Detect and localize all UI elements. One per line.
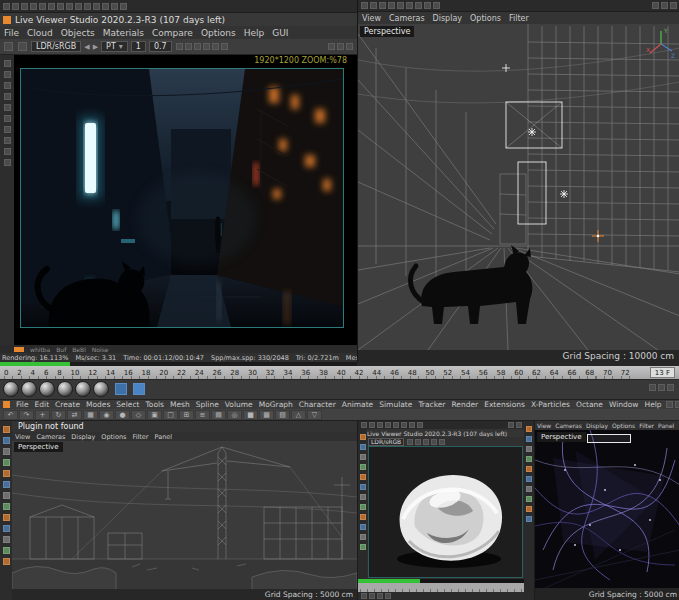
toolbar-icon[interactable] bbox=[526, 516, 532, 522]
toolbar-icon[interactable] bbox=[379, 2, 386, 9]
toolbar-icon[interactable] bbox=[526, 506, 532, 512]
toolbar-icon[interactable] bbox=[194, 43, 201, 50]
material-sphere[interactable] bbox=[57, 381, 73, 397]
toolbar-icon[interactable] bbox=[431, 439, 437, 445]
viewport-canvas[interactable]: Perspective Y X Z bbox=[358, 24, 679, 350]
toolbar-icon[interactable]: ▧ bbox=[275, 410, 290, 420]
toolbar-icon[interactable] bbox=[526, 456, 532, 462]
menu-item[interactable]: Help bbox=[240, 28, 269, 38]
menu-item[interactable]: Mesh bbox=[167, 400, 193, 409]
toolbar-icon[interactable]: ● bbox=[115, 410, 130, 420]
toolbar-icon[interactable] bbox=[3, 3, 10, 10]
toolbar-icon[interactable] bbox=[369, 422, 375, 428]
toolbar-icon[interactable] bbox=[111, 3, 118, 10]
axis-handle-marker[interactable] bbox=[592, 230, 604, 242]
toolbar-icon[interactable]: ▤ bbox=[211, 410, 226, 420]
layers-tool-icon[interactable] bbox=[133, 383, 145, 395]
toolbar-icon[interactable] bbox=[21, 3, 28, 10]
prev-arrow-icon[interactable]: ◀ bbox=[84, 43, 89, 51]
toolbar-icon[interactable]: ⇄ bbox=[67, 410, 82, 420]
menu-item[interactable]: Display bbox=[68, 433, 98, 441]
toolbar-icon[interactable] bbox=[360, 484, 366, 490]
menu-item[interactable]: File bbox=[0, 28, 23, 38]
menu-item[interactable]: Display bbox=[584, 422, 610, 429]
menu-item[interactable]: View bbox=[535, 422, 553, 429]
toolbar-icon[interactable] bbox=[526, 446, 532, 452]
toolbar-icon[interactable] bbox=[93, 3, 100, 10]
menu-item[interactable]: File bbox=[13, 400, 32, 409]
toolbar-icon[interactable] bbox=[4, 104, 11, 111]
titlebar[interactable]: Live Viewer Studio 2020.2.3-R3 (107 days… bbox=[358, 429, 525, 437]
pass-label[interactable]: Buf bbox=[56, 346, 66, 353]
spp-field[interactable]: 1 bbox=[131, 41, 146, 52]
toolbar-icon[interactable] bbox=[423, 439, 429, 445]
toolbar-icon[interactable] bbox=[360, 434, 366, 440]
current-frame-field[interactable]: 13 F bbox=[650, 367, 675, 378]
colorspace-select[interactable]: LDR/sRGB bbox=[31, 41, 81, 52]
menu-item[interactable]: Panel bbox=[656, 422, 676, 429]
camera-name-chip[interactable] bbox=[587, 434, 631, 443]
toolbar-icon[interactable] bbox=[526, 496, 532, 502]
menu-item[interactable]: Octane bbox=[573, 400, 606, 409]
toolbar-icon[interactable] bbox=[388, 2, 395, 9]
toolbar-icon[interactable] bbox=[185, 43, 192, 50]
toolbar-icon[interactable] bbox=[361, 593, 367, 599]
toolbar-icon[interactable]: ◉ bbox=[99, 410, 114, 420]
toolbar-icon[interactable]: ⊞ bbox=[179, 410, 194, 420]
toolbar-icon[interactable] bbox=[4, 60, 11, 67]
menu-item[interactable]: Spline bbox=[193, 400, 222, 409]
toolbar-icon[interactable] bbox=[3, 470, 10, 477]
toolbar-icon[interactable] bbox=[361, 2, 368, 9]
toolbar-icon[interactable] bbox=[84, 3, 91, 10]
toolbar-icon[interactable] bbox=[328, 43, 335, 50]
menu-item[interactable]: Filter bbox=[505, 14, 533, 23]
toolbar-icon[interactable] bbox=[4, 159, 11, 166]
menu-item[interactable]: Tracker bbox=[415, 400, 448, 409]
toolbar-icon[interactable] bbox=[3, 426, 10, 433]
toolbar-icon[interactable] bbox=[369, 593, 375, 599]
toolbar-icon[interactable] bbox=[3, 437, 10, 444]
viewport-label[interactable]: Perspective bbox=[537, 432, 586, 442]
toolbar-icon[interactable] bbox=[397, 2, 404, 9]
toolbar-icon[interactable] bbox=[361, 422, 367, 428]
menu-item[interactable]: Options bbox=[98, 433, 129, 441]
menu-item[interactable]: Volume bbox=[222, 400, 256, 409]
toolbar-icon[interactable] bbox=[3, 481, 10, 488]
toolbar-icon[interactable] bbox=[360, 494, 366, 500]
toolbar-icon[interactable] bbox=[3, 536, 10, 543]
toolbar-icon[interactable] bbox=[3, 558, 10, 565]
menu-item[interactable]: MoGraph bbox=[256, 400, 296, 409]
toolbar-icon[interactable] bbox=[433, 2, 440, 9]
toolbar-icon[interactable] bbox=[75, 3, 82, 10]
toolbar-icon[interactable] bbox=[407, 439, 413, 445]
toolbar-icon[interactable]: ▩ bbox=[259, 410, 274, 420]
toolbar-icon[interactable] bbox=[415, 439, 421, 445]
toolbar-icon[interactable] bbox=[670, 2, 677, 9]
toolbar-icon[interactable]: ≡ bbox=[195, 410, 210, 420]
live-viewer-titlebar[interactable]: Live Viewer Studio 2020.2.3-R3 (107 days… bbox=[0, 13, 357, 26]
menu-item[interactable]: Cameras bbox=[553, 422, 584, 429]
toolbar-icon[interactable] bbox=[675, 401, 679, 408]
viewport-label[interactable]: Perspective bbox=[360, 26, 414, 37]
menu-item[interactable]: Render bbox=[448, 400, 481, 409]
menu-item[interactable]: View bbox=[12, 433, 33, 441]
toolbar-icon[interactable] bbox=[417, 422, 423, 428]
toolbar-icon[interactable] bbox=[4, 137, 11, 144]
render-view[interactable] bbox=[368, 446, 523, 578]
toolbar-icon[interactable]: ▣ bbox=[147, 410, 162, 420]
menu-item[interactable]: Display bbox=[429, 14, 467, 23]
toolbar-icon[interactable] bbox=[120, 3, 127, 10]
toolbar-icon[interactable] bbox=[66, 3, 73, 10]
toolbar-icon[interactable] bbox=[526, 426, 532, 432]
toolbar-icon[interactable]: + bbox=[35, 410, 50, 420]
toolbar-icon[interactable] bbox=[4, 148, 11, 155]
menu-item[interactable]: Create bbox=[52, 400, 83, 409]
toolbar-icon[interactable] bbox=[508, 422, 514, 428]
toolbar-icon[interactable] bbox=[360, 524, 366, 530]
toolbar-icon[interactable] bbox=[39, 3, 46, 10]
toolbar-icon[interactable] bbox=[4, 82, 11, 89]
viewport-canvas[interactable]: Perspective bbox=[535, 430, 679, 588]
toolbar-icon[interactable]: ↷ bbox=[19, 410, 34, 420]
material-sphere[interactable] bbox=[39, 381, 55, 397]
pass-label[interactable]: whitba bbox=[30, 346, 50, 353]
